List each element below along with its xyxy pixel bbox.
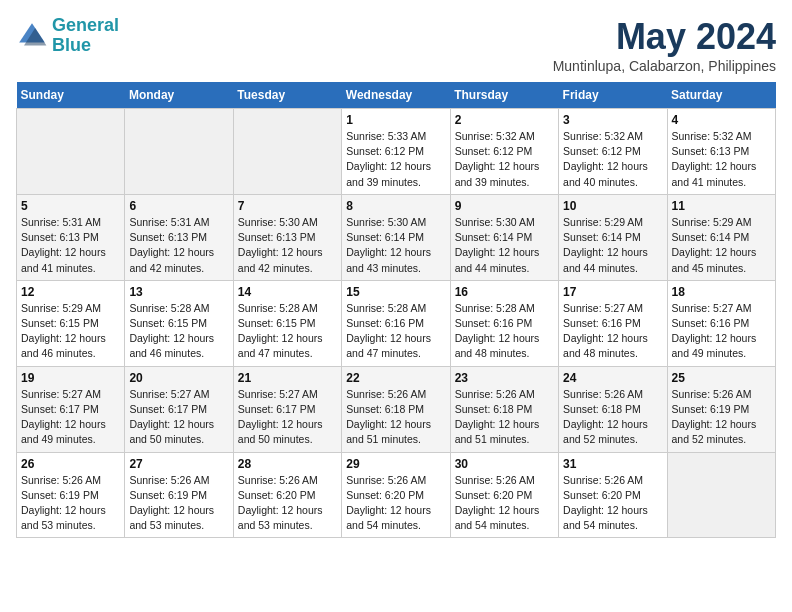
day-number: 7 xyxy=(238,199,337,213)
day-info: Sunrise: 5:26 AM Sunset: 6:19 PM Dayligh… xyxy=(672,387,771,448)
day-number: 30 xyxy=(455,457,554,471)
day-number: 1 xyxy=(346,113,445,127)
location-subtitle: Muntinlupa, Calabarzon, Philippines xyxy=(553,58,776,74)
day-number: 14 xyxy=(238,285,337,299)
day-number: 20 xyxy=(129,371,228,385)
calendar-cell: 21Sunrise: 5:27 AM Sunset: 6:17 PM Dayli… xyxy=(233,366,341,452)
day-number: 11 xyxy=(672,199,771,213)
calendar-cell: 19Sunrise: 5:27 AM Sunset: 6:17 PM Dayli… xyxy=(17,366,125,452)
day-info: Sunrise: 5:29 AM Sunset: 6:14 PM Dayligh… xyxy=(672,215,771,276)
day-number: 8 xyxy=(346,199,445,213)
logo: General Blue xyxy=(16,16,119,56)
calendar-cell: 22Sunrise: 5:26 AM Sunset: 6:18 PM Dayli… xyxy=(342,366,450,452)
title-block: May 2024 Muntinlupa, Calabarzon, Philipp… xyxy=(553,16,776,74)
calendar-cell: 12Sunrise: 5:29 AM Sunset: 6:15 PM Dayli… xyxy=(17,280,125,366)
day-number: 13 xyxy=(129,285,228,299)
day-info: Sunrise: 5:29 AM Sunset: 6:14 PM Dayligh… xyxy=(563,215,662,276)
calendar-cell: 31Sunrise: 5:26 AM Sunset: 6:20 PM Dayli… xyxy=(559,452,667,538)
day-info: Sunrise: 5:27 AM Sunset: 6:17 PM Dayligh… xyxy=(21,387,120,448)
day-info: Sunrise: 5:32 AM Sunset: 6:12 PM Dayligh… xyxy=(563,129,662,190)
day-info: Sunrise: 5:27 AM Sunset: 6:16 PM Dayligh… xyxy=(672,301,771,362)
day-info: Sunrise: 5:30 AM Sunset: 6:13 PM Dayligh… xyxy=(238,215,337,276)
day-info: Sunrise: 5:26 AM Sunset: 6:20 PM Dayligh… xyxy=(238,473,337,534)
calendar-cell: 10Sunrise: 5:29 AM Sunset: 6:14 PM Dayli… xyxy=(559,194,667,280)
calendar-cell: 27Sunrise: 5:26 AM Sunset: 6:19 PM Dayli… xyxy=(125,452,233,538)
day-info: Sunrise: 5:26 AM Sunset: 6:19 PM Dayligh… xyxy=(21,473,120,534)
weekday-header-row: SundayMondayTuesdayWednesdayThursdayFrid… xyxy=(17,82,776,109)
calendar-cell: 25Sunrise: 5:26 AM Sunset: 6:19 PM Dayli… xyxy=(667,366,775,452)
day-number: 21 xyxy=(238,371,337,385)
day-number: 19 xyxy=(21,371,120,385)
calendar-cell: 5Sunrise: 5:31 AM Sunset: 6:13 PM Daylig… xyxy=(17,194,125,280)
calendar-table: SundayMondayTuesdayWednesdayThursdayFrid… xyxy=(16,82,776,538)
calendar-cell: 3Sunrise: 5:32 AM Sunset: 6:12 PM Daylig… xyxy=(559,109,667,195)
day-info: Sunrise: 5:28 AM Sunset: 6:15 PM Dayligh… xyxy=(129,301,228,362)
day-info: Sunrise: 5:32 AM Sunset: 6:12 PM Dayligh… xyxy=(455,129,554,190)
calendar-cell: 23Sunrise: 5:26 AM Sunset: 6:18 PM Dayli… xyxy=(450,366,558,452)
day-info: Sunrise: 5:26 AM Sunset: 6:20 PM Dayligh… xyxy=(346,473,445,534)
day-info: Sunrise: 5:28 AM Sunset: 6:16 PM Dayligh… xyxy=(346,301,445,362)
calendar-cell: 6Sunrise: 5:31 AM Sunset: 6:13 PM Daylig… xyxy=(125,194,233,280)
weekday-header-sunday: Sunday xyxy=(17,82,125,109)
calendar-cell: 29Sunrise: 5:26 AM Sunset: 6:20 PM Dayli… xyxy=(342,452,450,538)
calendar-week-row: 19Sunrise: 5:27 AM Sunset: 6:17 PM Dayli… xyxy=(17,366,776,452)
day-info: Sunrise: 5:26 AM Sunset: 6:20 PM Dayligh… xyxy=(563,473,662,534)
calendar-cell: 15Sunrise: 5:28 AM Sunset: 6:16 PM Dayli… xyxy=(342,280,450,366)
weekday-header-saturday: Saturday xyxy=(667,82,775,109)
calendar-cell: 18Sunrise: 5:27 AM Sunset: 6:16 PM Dayli… xyxy=(667,280,775,366)
day-info: Sunrise: 5:30 AM Sunset: 6:14 PM Dayligh… xyxy=(346,215,445,276)
day-info: Sunrise: 5:26 AM Sunset: 6:18 PM Dayligh… xyxy=(563,387,662,448)
day-number: 6 xyxy=(129,199,228,213)
weekday-header-thursday: Thursday xyxy=(450,82,558,109)
day-info: Sunrise: 5:30 AM Sunset: 6:14 PM Dayligh… xyxy=(455,215,554,276)
day-number: 18 xyxy=(672,285,771,299)
weekday-header-monday: Monday xyxy=(125,82,233,109)
day-number: 24 xyxy=(563,371,662,385)
weekday-header-friday: Friday xyxy=(559,82,667,109)
day-number: 26 xyxy=(21,457,120,471)
calendar-cell: 30Sunrise: 5:26 AM Sunset: 6:20 PM Dayli… xyxy=(450,452,558,538)
calendar-cell: 7Sunrise: 5:30 AM Sunset: 6:13 PM Daylig… xyxy=(233,194,341,280)
day-number: 9 xyxy=(455,199,554,213)
day-number: 5 xyxy=(21,199,120,213)
day-number: 10 xyxy=(563,199,662,213)
calendar-cell xyxy=(17,109,125,195)
page-header: General Blue May 2024 Muntinlupa, Calaba… xyxy=(16,16,776,74)
day-info: Sunrise: 5:33 AM Sunset: 6:12 PM Dayligh… xyxy=(346,129,445,190)
calendar-cell: 26Sunrise: 5:26 AM Sunset: 6:19 PM Dayli… xyxy=(17,452,125,538)
calendar-cell: 1Sunrise: 5:33 AM Sunset: 6:12 PM Daylig… xyxy=(342,109,450,195)
calendar-cell: 13Sunrise: 5:28 AM Sunset: 6:15 PM Dayli… xyxy=(125,280,233,366)
day-info: Sunrise: 5:26 AM Sunset: 6:18 PM Dayligh… xyxy=(346,387,445,448)
day-info: Sunrise: 5:27 AM Sunset: 6:16 PM Dayligh… xyxy=(563,301,662,362)
day-number: 4 xyxy=(672,113,771,127)
logo-text: General Blue xyxy=(52,16,119,56)
day-info: Sunrise: 5:26 AM Sunset: 6:19 PM Dayligh… xyxy=(129,473,228,534)
day-info: Sunrise: 5:32 AM Sunset: 6:13 PM Dayligh… xyxy=(672,129,771,190)
day-number: 15 xyxy=(346,285,445,299)
day-info: Sunrise: 5:26 AM Sunset: 6:20 PM Dayligh… xyxy=(455,473,554,534)
day-number: 31 xyxy=(563,457,662,471)
day-number: 12 xyxy=(21,285,120,299)
calendar-cell: 8Sunrise: 5:30 AM Sunset: 6:14 PM Daylig… xyxy=(342,194,450,280)
calendar-cell xyxy=(667,452,775,538)
day-number: 29 xyxy=(346,457,445,471)
day-info: Sunrise: 5:28 AM Sunset: 6:16 PM Dayligh… xyxy=(455,301,554,362)
day-number: 2 xyxy=(455,113,554,127)
day-info: Sunrise: 5:28 AM Sunset: 6:15 PM Dayligh… xyxy=(238,301,337,362)
day-number: 23 xyxy=(455,371,554,385)
day-info: Sunrise: 5:31 AM Sunset: 6:13 PM Dayligh… xyxy=(129,215,228,276)
calendar-cell: 24Sunrise: 5:26 AM Sunset: 6:18 PM Dayli… xyxy=(559,366,667,452)
calendar-cell xyxy=(233,109,341,195)
calendar-cell: 2Sunrise: 5:32 AM Sunset: 6:12 PM Daylig… xyxy=(450,109,558,195)
day-info: Sunrise: 5:31 AM Sunset: 6:13 PM Dayligh… xyxy=(21,215,120,276)
calendar-cell: 20Sunrise: 5:27 AM Sunset: 6:17 PM Dayli… xyxy=(125,366,233,452)
day-info: Sunrise: 5:26 AM Sunset: 6:18 PM Dayligh… xyxy=(455,387,554,448)
day-number: 16 xyxy=(455,285,554,299)
calendar-cell: 16Sunrise: 5:28 AM Sunset: 6:16 PM Dayli… xyxy=(450,280,558,366)
calendar-cell: 9Sunrise: 5:30 AM Sunset: 6:14 PM Daylig… xyxy=(450,194,558,280)
weekday-header-wednesday: Wednesday xyxy=(342,82,450,109)
calendar-cell: 17Sunrise: 5:27 AM Sunset: 6:16 PM Dayli… xyxy=(559,280,667,366)
calendar-week-row: 1Sunrise: 5:33 AM Sunset: 6:12 PM Daylig… xyxy=(17,109,776,195)
calendar-cell: 14Sunrise: 5:28 AM Sunset: 6:15 PM Dayli… xyxy=(233,280,341,366)
calendar-week-row: 5Sunrise: 5:31 AM Sunset: 6:13 PM Daylig… xyxy=(17,194,776,280)
